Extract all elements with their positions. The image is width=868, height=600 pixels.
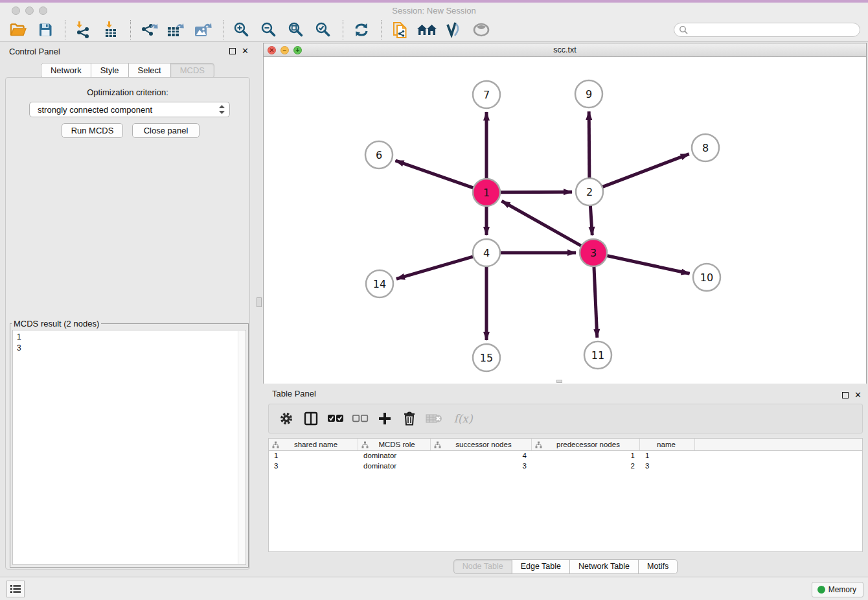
run-mcds-button[interactable]: Run MCDS [62, 123, 123, 138]
control-panel: Control Panel ✕ Network Style Select MCD… [0, 41, 255, 571]
tab-network-table[interactable]: Network Table [570, 559, 639, 574]
criterion-dropdown[interactable]: strongly connected component [29, 102, 230, 117]
export-table-icon[interactable] [166, 20, 187, 40]
tab-style[interactable]: Style [91, 63, 129, 78]
zoom-out-icon[interactable] [258, 20, 279, 40]
column-header-shared-name[interactable]: shared name [269, 439, 358, 450]
edge-3-1[interactable] [502, 201, 582, 246]
memory-button-label: Memory [828, 585, 856, 594]
close-table-panel-icon[interactable]: ✕ [854, 391, 862, 398]
control-panel-title: Control Panel [9, 47, 60, 56]
node-label-3: 3 [590, 247, 597, 259]
gear-icon[interactable] [278, 410, 295, 428]
node-table-header: shared name MCDS role successor nodes pr… [269, 439, 862, 451]
edge-4-14[interactable] [396, 257, 474, 279]
node-table-body: 1dominator4113dominator323 [269, 451, 862, 472]
tab-motifs[interactable]: Motifs [639, 559, 678, 574]
zoom-fit-icon[interactable] [286, 20, 306, 40]
function-builder-icon[interactable]: f(x) [450, 410, 476, 428]
main-toolbar [0, 18, 868, 41]
table-row[interactable]: 1dominator411 [269, 451, 862, 461]
node-label-8: 8 [702, 142, 709, 154]
close-panel-icon[interactable]: ✕ [242, 47, 249, 54]
zoom-in-icon[interactable] [231, 20, 252, 40]
toolbar-separator [130, 20, 131, 40]
memory-button[interactable]: Memory [812, 582, 863, 597]
zoom-selected-icon[interactable] [313, 20, 334, 40]
export-network-icon[interactable] [139, 20, 159, 40]
tab-select[interactable]: Select [129, 63, 171, 78]
table-panel-title: Table Panel [272, 389, 316, 398]
node-label-9: 9 [586, 88, 592, 100]
birds-eye-icon[interactable] [471, 20, 492, 40]
edge-2-8[interactable] [602, 154, 689, 187]
search-field[interactable] [674, 23, 860, 37]
table-row[interactable]: 3dominator323 [269, 461, 862, 472]
mcds-result-textarea[interactable]: 1 3 [12, 330, 246, 565]
export-image-icon[interactable] [193, 20, 214, 40]
table-panel: Table Panel ✕ f(x) [263, 386, 868, 577]
network-window-title: scc.txt [264, 45, 866, 54]
status-bar: Memory [0, 577, 868, 600]
float-panel-icon[interactable] [229, 48, 236, 54]
deselect-all-icon[interactable] [352, 410, 369, 428]
tab-network[interactable]: Network [41, 63, 91, 78]
node-label-11: 11 [591, 349, 604, 362]
task-history-button[interactable] [6, 581, 25, 597]
clipboard-network-icon[interactable] [389, 20, 410, 40]
edge-3-10[interactable] [607, 255, 690, 273]
network-canvas[interactable]: 7968124314101511 [264, 57, 866, 384]
column-header-name[interactable]: name [640, 439, 695, 450]
network-window-titlebar[interactable]: ✕ − + scc.txt [264, 43, 866, 57]
optimization-criterion-label: Optimization criterion: [6, 87, 249, 97]
save-session-icon[interactable] [35, 20, 56, 40]
network-splitter-grip[interactable] [556, 380, 562, 383]
window-title: Session: New Session [0, 6, 868, 16]
column-header-predecessor-nodes[interactable]: predecessor nodes [532, 439, 640, 450]
table-cell: 1 [269, 451, 358, 461]
result-scrollbar[interactable] [238, 331, 245, 564]
open-file-icon[interactable] [8, 20, 29, 40]
mcds-result-values: 1 3 [13, 330, 246, 354]
list-icon [10, 584, 21, 594]
import-table-icon[interactable] [100, 20, 121, 40]
float-table-panel-icon[interactable] [842, 392, 849, 398]
column-header-mcds-role[interactable]: MCDS role [358, 439, 431, 450]
tab-node-table[interactable]: Node Table [453, 559, 512, 574]
edge-2-9[interactable] [589, 111, 589, 178]
node-table: shared name MCDS role successor nodes pr… [268, 438, 863, 552]
delete-row-icon[interactable] [401, 410, 418, 428]
delete-table-icon[interactable] [426, 410, 442, 428]
table-cell: dominator [358, 451, 431, 461]
edge-3-11[interactable] [594, 266, 597, 338]
refresh-icon[interactable] [351, 20, 372, 40]
search-input[interactable] [688, 24, 860, 36]
edge-1-2[interactable] [500, 192, 572, 192]
mcds-result-group: MCDS result (2 nodes) 1 3 [10, 319, 249, 568]
vizmapper-icon[interactable] [444, 20, 464, 40]
tab-mcds[interactable]: MCDS [171, 63, 214, 78]
node-label-10: 10 [700, 271, 713, 284]
attribute-type-icon [272, 441, 279, 448]
home-layout-icon[interactable] [417, 20, 437, 40]
add-row-icon[interactable] [376, 410, 393, 428]
control-panel-tabs: Network Style Select MCDS [0, 63, 255, 78]
toolbar-separator [223, 20, 223, 40]
select-all-icon[interactable] [327, 410, 344, 428]
column-header-successor-nodes[interactable]: successor nodes [431, 439, 532, 450]
splitter-grip[interactable] [257, 297, 262, 307]
import-network-icon[interactable] [73, 20, 94, 40]
tab-edge-table[interactable]: Edge Table [512, 559, 570, 574]
dropdown-stepper-icon [218, 104, 225, 115]
edge-1-6[interactable] [395, 161, 474, 188]
attribute-type-icon [535, 441, 542, 448]
edge-2-3[interactable] [590, 205, 592, 235]
toolbar-separator [343, 20, 343, 40]
memory-status-icon [817, 586, 825, 594]
table-cell: 1 [640, 451, 695, 461]
node-label-14: 14 [373, 278, 386, 290]
split-view-icon[interactable] [303, 410, 319, 428]
node-label-15: 15 [480, 352, 493, 364]
mcds-panel: Optimization criterion: strongly connect… [5, 77, 250, 570]
close-panel-button[interactable]: Close panel [132, 123, 200, 138]
